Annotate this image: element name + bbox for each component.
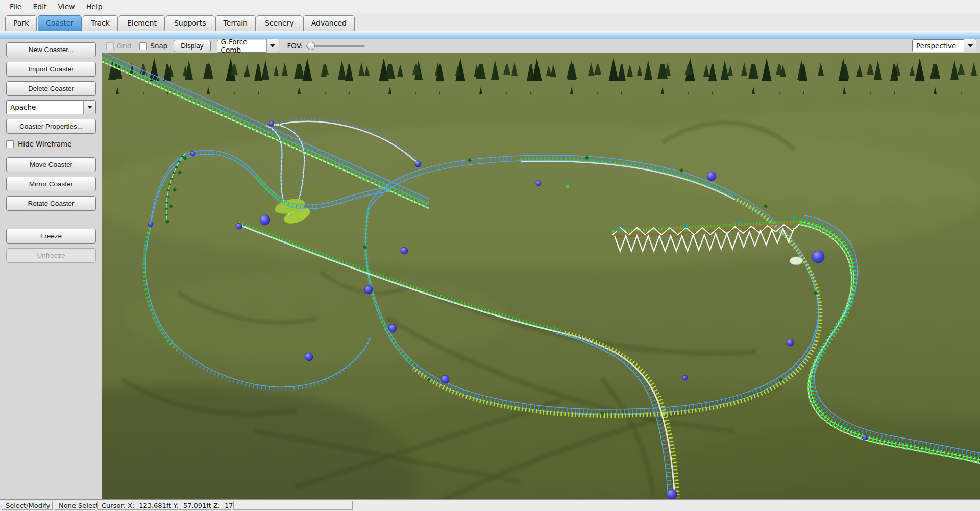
menu-file[interactable]: File (4, 1, 27, 12)
menu-edit[interactable]: Edit (27, 1, 52, 12)
status-cursor-coordinates: Cursor: X: -123.681ft Y: -57.091ft Z: -1… (97, 501, 231, 510)
view-mode-arrow-button[interactable] (964, 39, 976, 53)
fov-slider-thumb[interactable] (307, 42, 315, 50)
display-mode-value: G-Force Comb (217, 38, 266, 54)
active-tab-accent-strip (0, 31, 980, 39)
status-filler (355, 501, 980, 510)
coaster-properties-button[interactable]: Coaster Properties... (6, 119, 96, 134)
freeze-button[interactable]: Freeze (6, 229, 96, 244)
chevron-down-icon (270, 44, 275, 47)
tab-bar: Park Coaster Track Element Supports Terr… (0, 13, 980, 31)
status-selection: None Selected (55, 501, 95, 510)
grid-toggle-row: Grid (106, 42, 131, 50)
tab-terrain[interactable]: Terrain (215, 15, 256, 31)
fov-slider[interactable] (306, 41, 365, 51)
unfreeze-button: Unfreeze (6, 248, 96, 263)
snap-checkbox[interactable] (139, 42, 147, 50)
viewport-toolbar: Grid Snap Display G-Force Comb FOV: Pers… (102, 39, 980, 53)
tab-park[interactable]: Park (5, 15, 37, 31)
display-mode-arrow-button[interactable] (266, 39, 279, 53)
display-mode-select[interactable]: G-Force Comb (217, 40, 279, 53)
tab-advanced[interactable]: Advanced (303, 15, 355, 31)
move-coaster-button[interactable]: Move Coaster (6, 157, 96, 172)
tab-supports[interactable]: Supports (166, 15, 214, 31)
grid-label: Grid (117, 42, 131, 50)
hide-wireframe-row: Hide Wireframe (6, 140, 95, 148)
new-coaster-button[interactable]: New Coaster... (6, 42, 96, 57)
chevron-down-icon (968, 44, 973, 47)
viewport-3d[interactable] (102, 53, 980, 499)
snap-label: Snap (150, 42, 167, 50)
view-mode-select[interactable]: Perspective (912, 39, 976, 52)
chevron-down-icon (87, 106, 92, 109)
tree-band (102, 53, 980, 94)
snap-toggle-row: Snap (139, 42, 167, 50)
tab-coaster[interactable]: Coaster (38, 15, 82, 31)
mirror-coaster-button[interactable]: Mirror Coaster (6, 177, 96, 191)
view-mode-value: Perspective (913, 42, 964, 50)
coaster-select[interactable]: Apache (6, 100, 96, 114)
hide-wireframe-checkbox[interactable] (6, 140, 14, 148)
rotate-coaster-button[interactable]: Rotate Coaster (6, 196, 96, 211)
status-bar: Select/Modify None Selected Cursor: X: -… (0, 499, 980, 511)
menu-bar: File Edit View Help (0, 0, 980, 13)
import-coaster-button[interactable]: Import Coaster (6, 62, 96, 77)
delete-coaster-button[interactable]: Delete Coaster (6, 81, 96, 96)
menu-help[interactable]: Help (81, 1, 108, 12)
status-mode: Select/Modify (2, 501, 53, 510)
viewport-3d-render[interactable] (102, 53, 980, 499)
tab-element[interactable]: Element (119, 15, 165, 31)
coaster-select-arrow-button[interactable] (83, 101, 95, 114)
tab-scenery[interactable]: Scenery (257, 15, 302, 31)
menu-view[interactable]: View (53, 1, 81, 12)
coaster-sidebar: New Coaster... Import Coaster Delete Coa… (0, 39, 102, 499)
coaster-select-value: Apache (7, 103, 83, 111)
display-button[interactable]: Display (174, 40, 210, 52)
fov-label: FOV: (287, 42, 303, 50)
tab-track[interactable]: Track (83, 15, 118, 31)
hide-wireframe-label: Hide Wireframe (18, 140, 71, 148)
grid-checkbox (106, 42, 114, 50)
status-empty-panel (233, 501, 353, 510)
